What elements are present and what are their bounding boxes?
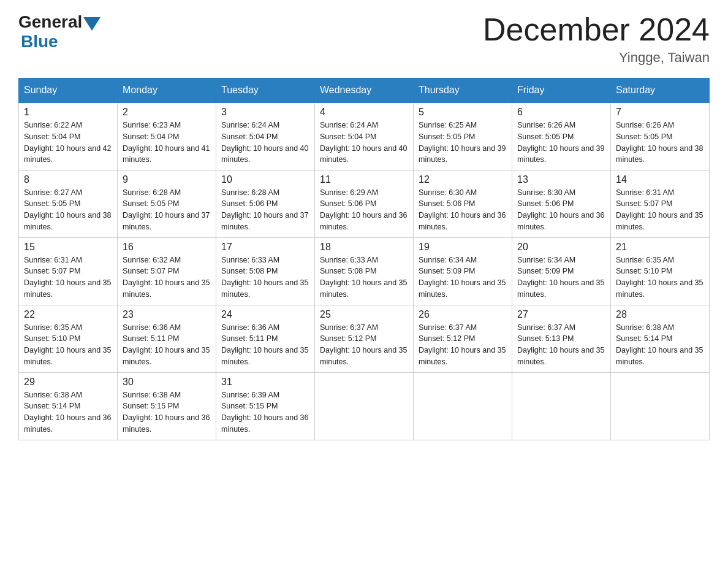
day-number: 20: [517, 242, 605, 253]
calendar-cell: 17Sunrise: 6:33 AMSunset: 5:08 PMDayligh…: [216, 237, 315, 305]
day-number: 4: [320, 107, 408, 118]
day-info: Sunrise: 6:37 AMSunset: 5:12 PMDaylight:…: [419, 322, 507, 368]
calendar-cell: 20Sunrise: 6:34 AMSunset: 5:09 PMDayligh…: [512, 237, 611, 305]
day-number: 3: [221, 107, 309, 118]
calendar-week-row: 15Sunrise: 6:31 AMSunset: 5:07 PMDayligh…: [19, 237, 710, 305]
day-info: Sunrise: 6:28 AMSunset: 5:06 PMDaylight:…: [221, 187, 309, 233]
calendar-cell: 8Sunrise: 6:27 AMSunset: 5:05 PMDaylight…: [19, 170, 118, 237]
calendar-table: SundayMondayTuesdayWednesdayThursdayFrid…: [18, 78, 710, 440]
title-block: December 2024 Yingge, Taiwan: [483, 12, 710, 66]
calendar-cell: [414, 372, 512, 440]
calendar-cell: 2Sunrise: 6:23 AMSunset: 5:04 PMDaylight…: [118, 102, 216, 170]
day-info: Sunrise: 6:32 AMSunset: 5:07 PMDaylight:…: [123, 255, 211, 301]
calendar-cell: 15Sunrise: 6:31 AMSunset: 5:07 PMDayligh…: [19, 237, 118, 305]
calendar-week-row: 1Sunrise: 6:22 AMSunset: 5:04 PMDaylight…: [19, 102, 710, 170]
page-header: General Blue December 2024 Yingge, Taiwa…: [18, 12, 710, 66]
calendar-cell: 31Sunrise: 6:39 AMSunset: 5:15 PMDayligh…: [216, 372, 315, 440]
day-info: Sunrise: 6:38 AMSunset: 5:15 PMDaylight:…: [123, 389, 211, 435]
day-number: 7: [616, 107, 704, 118]
day-info: Sunrise: 6:37 AMSunset: 5:13 PMDaylight:…: [517, 322, 605, 368]
weekday-header-sunday: Sunday: [19, 79, 118, 103]
day-info: Sunrise: 6:24 AMSunset: 5:04 PMDaylight:…: [221, 120, 309, 166]
day-number: 26: [419, 309, 507, 320]
day-info: Sunrise: 6:31 AMSunset: 5:07 PMDaylight:…: [24, 255, 112, 301]
calendar-cell: 21Sunrise: 6:35 AMSunset: 5:10 PMDayligh…: [611, 237, 710, 305]
calendar-cell: 1Sunrise: 6:22 AMSunset: 5:04 PMDaylight…: [19, 102, 118, 170]
weekday-header-row: SundayMondayTuesdayWednesdayThursdayFrid…: [19, 79, 710, 103]
day-info: Sunrise: 6:30 AMSunset: 5:06 PMDaylight:…: [419, 187, 507, 233]
calendar-cell: 23Sunrise: 6:36 AMSunset: 5:11 PMDayligh…: [118, 305, 216, 372]
day-number: 16: [123, 242, 211, 253]
day-info: Sunrise: 6:34 AMSunset: 5:09 PMDaylight:…: [517, 255, 605, 301]
day-info: Sunrise: 6:38 AMSunset: 5:14 PMDaylight:…: [616, 322, 704, 368]
day-info: Sunrise: 6:29 AMSunset: 5:06 PMDaylight:…: [320, 187, 408, 233]
day-info: Sunrise: 6:31 AMSunset: 5:07 PMDaylight:…: [616, 187, 704, 233]
day-info: Sunrise: 6:39 AMSunset: 5:15 PMDaylight:…: [221, 389, 309, 435]
calendar-cell: 11Sunrise: 6:29 AMSunset: 5:06 PMDayligh…: [315, 170, 414, 237]
day-number: 17: [221, 242, 309, 253]
day-number: 25: [320, 309, 408, 320]
day-info: Sunrise: 6:26 AMSunset: 5:05 PMDaylight:…: [616, 120, 704, 166]
calendar-cell: 28Sunrise: 6:38 AMSunset: 5:14 PMDayligh…: [611, 305, 710, 372]
logo-triangle-icon: [83, 17, 100, 31]
calendar-cell: 14Sunrise: 6:31 AMSunset: 5:07 PMDayligh…: [611, 170, 710, 237]
calendar-cell: 25Sunrise: 6:37 AMSunset: 5:12 PMDayligh…: [315, 305, 414, 372]
day-number: 1: [24, 107, 112, 118]
day-number: 19: [419, 242, 507, 253]
day-number: 2: [123, 107, 211, 118]
day-info: Sunrise: 6:26 AMSunset: 5:05 PMDaylight:…: [517, 120, 605, 166]
day-info: Sunrise: 6:36 AMSunset: 5:11 PMDaylight:…: [123, 322, 211, 368]
calendar-cell: 22Sunrise: 6:35 AMSunset: 5:10 PMDayligh…: [19, 305, 118, 372]
day-number: 18: [320, 242, 408, 253]
weekday-header-wednesday: Wednesday: [315, 79, 414, 103]
day-info: Sunrise: 6:35 AMSunset: 5:10 PMDaylight:…: [616, 255, 704, 301]
weekday-header-friday: Friday: [512, 79, 611, 103]
calendar-cell: 3Sunrise: 6:24 AMSunset: 5:04 PMDaylight…: [216, 102, 315, 170]
calendar-cell: 4Sunrise: 6:24 AMSunset: 5:04 PMDaylight…: [315, 102, 414, 170]
day-info: Sunrise: 6:38 AMSunset: 5:14 PMDaylight:…: [24, 389, 112, 435]
calendar-cell: 12Sunrise: 6:30 AMSunset: 5:06 PMDayligh…: [414, 170, 512, 237]
day-number: 21: [616, 242, 704, 253]
day-info: Sunrise: 6:22 AMSunset: 5:04 PMDaylight:…: [24, 120, 112, 166]
calendar-week-row: 8Sunrise: 6:27 AMSunset: 5:05 PMDaylight…: [19, 170, 710, 237]
calendar-cell: 13Sunrise: 6:30 AMSunset: 5:06 PMDayligh…: [512, 170, 611, 237]
calendar-cell: 19Sunrise: 6:34 AMSunset: 5:09 PMDayligh…: [414, 237, 512, 305]
weekday-header-saturday: Saturday: [611, 79, 710, 103]
calendar-cell: 24Sunrise: 6:36 AMSunset: 5:11 PMDayligh…: [216, 305, 315, 372]
day-number: 28: [616, 309, 704, 320]
day-info: Sunrise: 6:33 AMSunset: 5:08 PMDaylight:…: [320, 255, 408, 301]
day-info: Sunrise: 6:24 AMSunset: 5:04 PMDaylight:…: [320, 120, 408, 166]
weekday-header-monday: Monday: [118, 79, 216, 103]
calendar-cell: 10Sunrise: 6:28 AMSunset: 5:06 PMDayligh…: [216, 170, 315, 237]
calendar-cell: 16Sunrise: 6:32 AMSunset: 5:07 PMDayligh…: [118, 237, 216, 305]
day-number: 5: [419, 107, 507, 118]
weekday-header-thursday: Thursday: [414, 79, 512, 103]
day-info: Sunrise: 6:30 AMSunset: 5:06 PMDaylight:…: [517, 187, 605, 233]
calendar-cell: 29Sunrise: 6:38 AMSunset: 5:14 PMDayligh…: [19, 372, 118, 440]
day-number: 22: [24, 309, 112, 320]
day-number: 23: [123, 309, 211, 320]
day-number: 29: [24, 377, 112, 388]
calendar-cell: 5Sunrise: 6:25 AMSunset: 5:05 PMDaylight…: [414, 102, 512, 170]
day-number: 8: [24, 174, 112, 185]
day-info: Sunrise: 6:27 AMSunset: 5:05 PMDaylight:…: [24, 187, 112, 233]
day-info: Sunrise: 6:34 AMSunset: 5:09 PMDaylight:…: [419, 255, 507, 301]
day-number: 15: [24, 242, 112, 253]
calendar-cell: [512, 372, 611, 440]
day-number: 27: [517, 309, 605, 320]
calendar-cell: 9Sunrise: 6:28 AMSunset: 5:05 PMDaylight…: [118, 170, 216, 237]
day-number: 30: [123, 377, 211, 388]
day-number: 10: [221, 174, 309, 185]
day-info: Sunrise: 6:35 AMSunset: 5:10 PMDaylight:…: [24, 322, 112, 368]
day-number: 6: [517, 107, 605, 118]
calendar-cell: 30Sunrise: 6:38 AMSunset: 5:15 PMDayligh…: [118, 372, 216, 440]
day-number: 13: [517, 174, 605, 185]
day-info: Sunrise: 6:23 AMSunset: 5:04 PMDaylight:…: [123, 120, 211, 166]
location-text: Yingge, Taiwan: [483, 50, 710, 66]
day-number: 11: [320, 174, 408, 185]
day-number: 31: [221, 377, 309, 388]
day-info: Sunrise: 6:37 AMSunset: 5:12 PMDaylight:…: [320, 322, 408, 368]
calendar-cell: 18Sunrise: 6:33 AMSunset: 5:08 PMDayligh…: [315, 237, 414, 305]
day-number: 24: [221, 309, 309, 320]
calendar-cell: 27Sunrise: 6:37 AMSunset: 5:13 PMDayligh…: [512, 305, 611, 372]
